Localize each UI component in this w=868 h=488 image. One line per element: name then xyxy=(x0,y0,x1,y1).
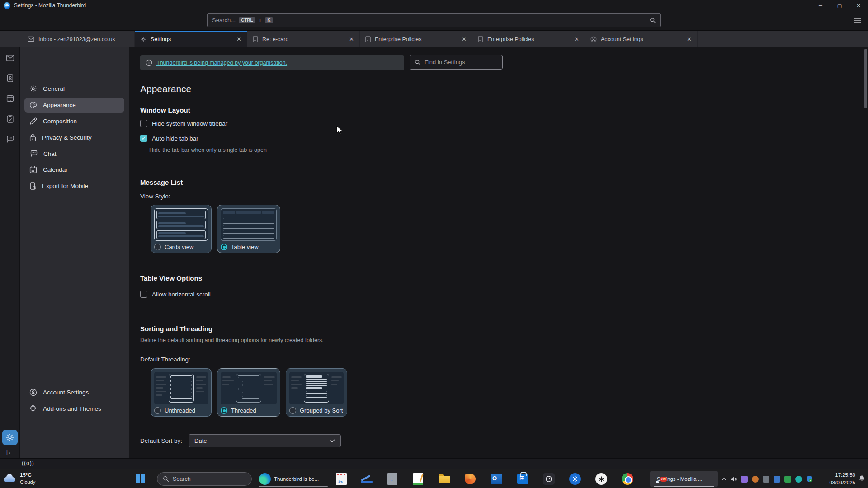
taskbar-search[interactable]: Search xyxy=(157,472,252,486)
hide-titlebar-checkbox[interactable]: Hide system window titlebar xyxy=(140,120,227,127)
chevron-down-icon xyxy=(329,439,335,443)
sidebar-item-composition[interactable]: Composition xyxy=(24,114,124,129)
chat-space-icon[interactable] xyxy=(0,129,20,149)
outlook-icon[interactable] xyxy=(490,473,503,485)
office-loop-icon[interactable] xyxy=(464,473,476,485)
edge-window-label: Thunderbird is be... xyxy=(274,476,319,482)
tasks-space-icon[interactable] xyxy=(0,108,20,129)
option-label: Cards view xyxy=(165,244,193,250)
close-tab-icon[interactable]: ✕ xyxy=(236,36,241,42)
threaded-option[interactable]: Threaded xyxy=(217,368,280,417)
tab-settings[interactable]: Settings ✕ xyxy=(135,31,247,47)
maximize-button[interactable]: ▢ xyxy=(830,0,849,11)
tab-account-settings[interactable]: Account Settings ✕ xyxy=(585,31,698,47)
windows-taskbar: 15°C Cloudy Search Thunderbird is be... xyxy=(0,469,868,488)
sidebar-item-label: Composition xyxy=(43,118,77,125)
close-button[interactable]: ✕ xyxy=(849,0,868,11)
table-view-option[interactable]: Table view xyxy=(217,205,280,253)
tab-message[interactable]: Re: e-card ✕ xyxy=(247,31,360,47)
puzzle-icon xyxy=(29,405,37,413)
grouped-by-sort-option[interactable]: Grouped by Sort xyxy=(286,368,347,417)
settings-space-icon[interactable] xyxy=(2,430,18,445)
weather-desc: Cloudy xyxy=(20,479,35,485)
search-icon xyxy=(415,59,421,66)
tray-icon[interactable] xyxy=(763,476,769,483)
checkbox-unchecked-icon[interactable] xyxy=(140,291,147,298)
document-icon xyxy=(365,36,371,42)
checkbox-unchecked-icon[interactable] xyxy=(140,120,147,127)
find-in-settings[interactable] xyxy=(410,55,503,70)
tab-enterprise-policies-1[interactable]: Enterprise Policies ✕ xyxy=(360,31,472,47)
cards-view-option[interactable]: Cards view xyxy=(151,205,212,253)
allow-horizontal-scroll-checkbox[interactable]: Allow horizontal scroll xyxy=(140,291,211,298)
taskbar-clock[interactable]: 17:25:50 03/09/2025 xyxy=(829,471,855,487)
sidebar-item-calendar[interactable]: Calendar xyxy=(24,162,124,177)
close-tab-icon[interactable]: ✕ xyxy=(574,36,579,42)
security-shield-icon[interactable] xyxy=(806,475,813,483)
mouse-cursor xyxy=(335,126,344,136)
tab-label: Enterprise Policies xyxy=(375,36,422,42)
edge-window-button[interactable]: Thunderbird is be... xyxy=(255,471,331,487)
notification-bell-icon[interactable] xyxy=(859,475,865,482)
chatgpt-icon[interactable] xyxy=(595,473,608,485)
snipping-tool-icon[interactable] xyxy=(335,473,348,485)
app-menu-icon[interactable] xyxy=(852,14,863,26)
tray-icon[interactable] xyxy=(741,476,748,483)
close-tab-icon[interactable]: ✕ xyxy=(462,36,467,42)
sidebar-item-chat[interactable]: Chat xyxy=(24,146,124,161)
download-tool-icon[interactable] xyxy=(386,473,399,485)
thunderbird-window-button[interactable]: 39 Settings - Mozilla ... xyxy=(650,471,718,487)
chrome-icon[interactable] xyxy=(621,473,634,485)
file-explorer-icon[interactable] xyxy=(438,473,451,485)
close-tab-icon[interactable]: ✕ xyxy=(349,36,354,42)
global-search-input[interactable]: Search... CTRL + K xyxy=(207,13,661,27)
tray-expand-icon[interactable] xyxy=(722,478,726,481)
sidebar-item-export-mobile[interactable]: Export for Mobile xyxy=(24,178,124,193)
scrollbar-thumb[interactable] xyxy=(864,49,867,108)
tray-icon[interactable] xyxy=(784,476,791,483)
microsoft-store-icon[interactable] xyxy=(516,473,529,485)
sidebar-item-addons-themes[interactable]: Add-ons and Themes xyxy=(24,401,124,416)
kbd-k: K xyxy=(265,17,273,23)
checkbox-label: Hide system window titlebar xyxy=(152,120,227,127)
sidebar-item-privacy-security[interactable]: Privacy & Security xyxy=(24,130,124,145)
calendar-space-icon[interactable] xyxy=(0,88,20,108)
tray-icon[interactable] xyxy=(774,476,780,483)
auto-hide-tabbar-checkbox[interactable]: ✓ Auto hide tab bar xyxy=(140,135,198,142)
notepad-icon[interactable] xyxy=(412,473,425,485)
tab-inbox[interactable]: Inbox - zen291023@zen.co.uk xyxy=(22,31,135,47)
start-button[interactable] xyxy=(136,474,145,483)
close-tab-icon[interactable]: ✕ xyxy=(687,36,692,42)
collapse-spaces-icon[interactable]: |← xyxy=(6,449,14,455)
volume-icon[interactable] xyxy=(731,476,737,482)
find-in-settings-input[interactable] xyxy=(425,59,492,66)
tray-icon[interactable] xyxy=(752,476,759,483)
tray-icon[interactable] xyxy=(795,476,802,483)
checkbox-checked-icon[interactable]: ✓ xyxy=(140,135,147,142)
toolbar: Search... CTRL + K xyxy=(0,11,868,31)
kbd-plus: + xyxy=(259,17,262,23)
address-book-space-icon[interactable] xyxy=(0,68,20,88)
minimize-button[interactable]: ─ xyxy=(811,0,830,11)
scanner-icon[interactable] xyxy=(360,473,373,485)
sidebar-item-label: Add-ons and Themes xyxy=(43,405,101,412)
sidebar-item-general[interactable]: General xyxy=(24,81,124,96)
weather-widget[interactable]: 15°C Cloudy xyxy=(3,471,35,486)
radio-unselected-icon[interactable] xyxy=(154,244,161,250)
table-view-options-heading: Table View Options xyxy=(140,274,202,282)
sidebar-item-account-settings[interactable]: Account Settings xyxy=(24,385,124,400)
radio-selected-icon[interactable] xyxy=(221,407,227,414)
managed-by-org-link[interactable]: Thunderbird is being managed by your org… xyxy=(156,60,287,66)
option-label: Table view xyxy=(231,244,259,250)
mail-space-icon[interactable] xyxy=(0,47,20,68)
default-sort-dropdown[interactable]: Date xyxy=(189,434,341,447)
sidebar-item-appearance[interactable]: Appearance xyxy=(24,98,124,113)
tab-enterprise-policies-2[interactable]: Enterprise Policies ✕ xyxy=(472,31,585,47)
performance-gauge-icon[interactable] xyxy=(542,473,555,485)
radio-unselected-icon[interactable] xyxy=(154,407,161,414)
cards-view-thumbnail xyxy=(154,208,208,241)
radio-unselected-icon[interactable] xyxy=(289,407,296,414)
radio-selected-icon[interactable] xyxy=(221,244,227,250)
settings-app-icon[interactable] xyxy=(569,473,581,485)
unthreaded-option[interactable]: Unthreaded xyxy=(151,368,212,417)
